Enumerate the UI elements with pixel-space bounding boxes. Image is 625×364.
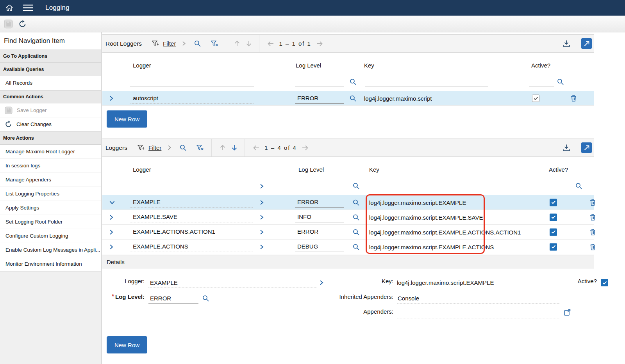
- sidebar-item-monitor-environment-information[interactable]: Monitor Environment Information: [0, 257, 101, 271]
- search-icon[interactable]: [353, 199, 359, 206]
- search-icon[interactable]: [557, 78, 564, 85]
- log-level-field[interactable]: ERROR: [148, 293, 198, 304]
- appenders-field[interactable]: [397, 308, 559, 318]
- log-level-filter-input[interactable]: [295, 182, 344, 191]
- sidebar-section-available-queries[interactable]: Available Queries: [0, 63, 101, 76]
- active-checkbox[interactable]: [550, 228, 557, 236]
- chevron-right-icon[interactable]: [182, 41, 186, 46]
- clear-filter-icon[interactable]: [196, 145, 204, 151]
- appenders-detail-icon[interactable]: [564, 309, 571, 316]
- table-row[interactable]: EXAMPLE.ACTIONS.ACTION1 ERROR log4j.logg…: [102, 225, 594, 240]
- sidebar-item-in-session-logs[interactable]: In session logs: [0, 159, 101, 173]
- column-header-active[interactable]: Active?: [531, 62, 550, 69]
- search-icon[interactable]: [350, 95, 356, 102]
- chevron-right-icon[interactable]: [109, 244, 113, 250]
- logger-filter-input[interactable]: [130, 78, 254, 87]
- log-level-cell[interactable]: DEBUG: [295, 241, 344, 252]
- sidebar-item-set-logging-root-folder[interactable]: Set Logging Root Folder: [0, 215, 101, 229]
- chevron-right-icon[interactable]: [260, 215, 264, 220]
- next-row-icon[interactable]: [231, 144, 238, 151]
- sidebar-section-more-actions[interactable]: More Actions: [0, 131, 101, 145]
- chevron-right-icon[interactable]: [168, 145, 171, 150]
- column-header-key[interactable]: Key: [369, 166, 379, 173]
- column-header-active[interactable]: Active?: [549, 166, 568, 173]
- key-filter-input[interactable]: [367, 182, 491, 191]
- column-header-logger[interactable]: Logger: [133, 166, 151, 173]
- new-row-button[interactable]: New Row: [107, 110, 147, 128]
- chevron-right-icon[interactable]: [260, 244, 264, 249]
- search-icon[interactable]: [353, 243, 359, 250]
- active-checkbox[interactable]: [550, 213, 557, 221]
- sidebar-item-list-logging-properties[interactable]: List Logging Properties: [0, 187, 101, 201]
- logger-cell[interactable]: EXAMPLE.SAVE: [130, 212, 253, 222]
- sidebar-section-go-to-applications[interactable]: Go To Applications: [0, 50, 101, 63]
- table-row[interactable]: EXAMPLE ERROR log4j.logger.maximo.script…: [102, 195, 594, 210]
- trash-icon[interactable]: [590, 243, 596, 250]
- logger-cell[interactable]: EXAMPLE.ACTIONS.ACTION1: [130, 227, 253, 237]
- logger-cell[interactable]: autoscript: [130, 93, 254, 104]
- find-navigation-input[interactable]: [0, 32, 101, 50]
- search-icon[interactable]: [353, 229, 359, 235]
- chevron-right-icon[interactable]: [109, 229, 113, 235]
- sidebar-item-all-records[interactable]: All Records: [0, 76, 101, 90]
- active-filter-input[interactable]: [547, 182, 573, 191]
- chevron-right-icon[interactable]: [260, 200, 264, 205]
- log-level-cell[interactable]: ERROR: [295, 227, 344, 237]
- sidebar-item-clear-changes[interactable]: Clear Changes: [0, 117, 101, 131]
- trash-icon[interactable]: [590, 229, 596, 235]
- chevron-right-icon[interactable]: [260, 229, 264, 234]
- column-header-log-level[interactable]: Log Level: [298, 166, 324, 173]
- trash-icon[interactable]: [571, 95, 577, 102]
- logger-cell[interactable]: EXAMPLE: [130, 197, 253, 208]
- table-row[interactable]: EXAMPLE.SAVE INFO log4j.logger.maximo.sc…: [102, 210, 594, 225]
- active-filter-input[interactable]: [529, 78, 554, 87]
- table-row[interactable]: EXAMPLE.ACTIONS DEBUG log4j.logger.maxim…: [102, 240, 594, 254]
- filter-link[interactable]: Filter: [163, 40, 176, 47]
- new-row-button[interactable]: New Row: [107, 336, 147, 353]
- search-icon[interactable]: [575, 183, 582, 189]
- log-level-cell[interactable]: ERROR: [295, 93, 344, 104]
- filter-funnel-icon[interactable]: [138, 145, 145, 151]
- download-icon[interactable]: [562, 40, 570, 47]
- sidebar-section-common-actions[interactable]: Common Actions: [0, 90, 101, 103]
- chevron-right-icon[interactable]: [109, 96, 113, 101]
- chevron-right-icon[interactable]: [260, 184, 264, 189]
- trash-icon[interactable]: [590, 199, 596, 206]
- hamburger-menu-icon[interactable]: [19, 0, 38, 16]
- active-checkbox[interactable]: [601, 279, 608, 286]
- logger-filter-input[interactable]: [130, 182, 253, 191]
- maximize-icon[interactable]: [581, 38, 592, 49]
- log-level-cell[interactable]: INFO: [295, 212, 344, 222]
- home-icon[interactable]: [0, 0, 19, 16]
- chevron-right-icon[interactable]: [109, 215, 113, 220]
- filter-funnel-icon[interactable]: [152, 41, 159, 46]
- column-header-logger[interactable]: Logger: [133, 62, 151, 69]
- maximize-icon[interactable]: [581, 142, 592, 153]
- sidebar-item-enable-custom-log-messages[interactable]: Enable Custom Log Messages in Appli...: [0, 243, 101, 257]
- search-icon[interactable]: [194, 40, 201, 47]
- chevron-down-icon[interactable]: [109, 201, 115, 204]
- search-icon[interactable]: [180, 144, 186, 151]
- column-header-log-level[interactable]: Log Level: [296, 62, 321, 69]
- active-checkbox[interactable]: [550, 243, 557, 250]
- active-checkbox[interactable]: [532, 95, 539, 102]
- search-icon[interactable]: [353, 183, 359, 189]
- logger-field[interactable]: EXAMPLE: [148, 278, 316, 288]
- log-level-cell[interactable]: ERROR: [295, 197, 344, 208]
- search-icon[interactable]: [350, 78, 356, 85]
- trash-icon[interactable]: [590, 214, 596, 220]
- chevron-right-icon[interactable]: [320, 280, 323, 285]
- sidebar-item-apply-settings[interactable]: Apply Settings: [0, 201, 101, 215]
- sidebar-item-manage-appenders[interactable]: Manage Appenders: [0, 173, 101, 187]
- log-level-filter-input[interactable]: [295, 78, 344, 87]
- active-checkbox[interactable]: [550, 199, 557, 206]
- column-header-key[interactable]: Key: [364, 62, 374, 69]
- logger-cell[interactable]: EXAMPLE.ACTIONS: [130, 241, 253, 252]
- search-icon[interactable]: [202, 295, 209, 302]
- key-filter-input[interactable]: [365, 78, 488, 87]
- clear-filter-icon[interactable]: [211, 41, 218, 46]
- download-icon[interactable]: [562, 144, 570, 151]
- sidebar-item-configure-custom-logging[interactable]: Configure Custom Logging: [0, 229, 101, 243]
- sidebar-item-manage-maximo-root-logger[interactable]: Manage Maximo Root Logger: [0, 145, 101, 159]
- search-icon[interactable]: [353, 214, 359, 220]
